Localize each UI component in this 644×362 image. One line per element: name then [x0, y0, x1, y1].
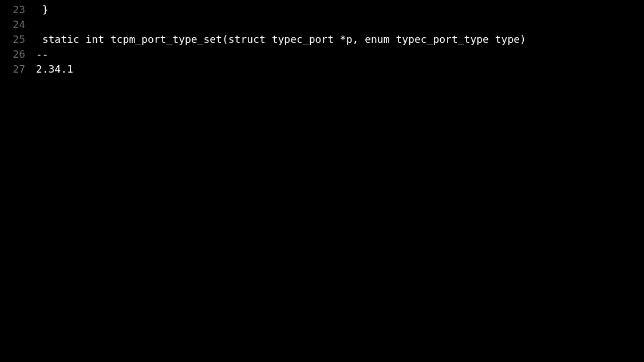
line-text — [30, 17, 36, 32]
line-number: 24 — [0, 17, 30, 32]
line-number: 27 — [0, 62, 30, 77]
code-line: 27 2.34.1 — [0, 62, 644, 77]
code-line: 25 static int tcpm_port_type_set(struct … — [0, 32, 644, 47]
line-number: 23 — [0, 2, 30, 17]
line-number: 25 — [0, 32, 30, 47]
line-text: static int tcpm_port_type_set(struct typ… — [30, 32, 526, 47]
line-text: -- — [30, 47, 54, 62]
code-line: 23 } — [0, 2, 644, 17]
line-number: 26 — [0, 47, 30, 62]
code-line: 24 — [0, 17, 644, 32]
line-text: } — [30, 2, 49, 17]
code-editor: 23 }24 25 static int tcpm_port_type_set(… — [0, 0, 644, 362]
code-line: 26 -- — [0, 47, 644, 62]
line-text: 2.34.1 — [30, 62, 73, 77]
